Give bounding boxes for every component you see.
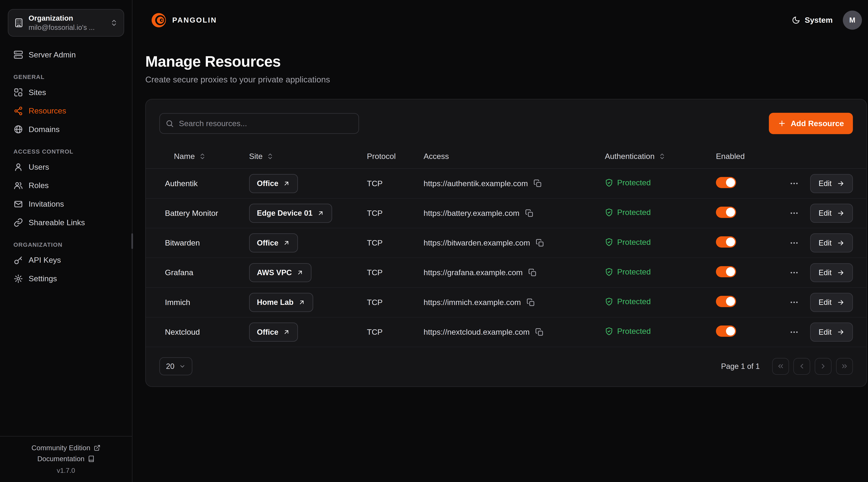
authentication-status: Protected: [605, 208, 651, 217]
edit-label: Edit: [818, 209, 832, 217]
site-link-button[interactable]: Office: [249, 233, 298, 252]
table-row: ImmichHome LabTCPhttps://immich.example.…: [146, 288, 866, 318]
sidebar-item-resources[interactable]: Resources: [8, 102, 124, 120]
copy-url-button[interactable]: [528, 268, 536, 277]
theme-label: System: [805, 15, 833, 25]
sidebar-nav: Server AdminGENERALSitesResourcesDomains…: [8, 45, 124, 436]
column-label: Name: [174, 152, 195, 161]
row-menu-button[interactable]: [789, 297, 799, 307]
site-link-button[interactable]: Office: [249, 323, 298, 342]
resource-protocol: TCP: [367, 328, 424, 336]
column-header-name[interactable]: Name: [165, 152, 249, 161]
theme-toggle-button[interactable]: System: [792, 15, 833, 25]
table-row: NextcloudOfficeTCPhttps://nextcloud.exam…: [146, 318, 866, 347]
sidebar-resize-handle[interactable]: [131, 233, 133, 249]
enabled-toggle[interactable]: [716, 207, 736, 218]
sidebar-item-label: Settings: [29, 274, 57, 283]
copy-url-button[interactable]: [527, 298, 535, 307]
edit-button[interactable]: Edit: [810, 293, 853, 312]
row-menu-button[interactable]: [789, 327, 799, 337]
sidebar-item-users[interactable]: Users: [8, 158, 124, 176]
resource-name: Immich: [165, 298, 249, 307]
sort-icon: [267, 153, 274, 160]
column-header-enabled: Enabled: [716, 152, 783, 161]
search-input[interactable]: [159, 113, 359, 134]
edit-button[interactable]: Edit: [810, 174, 853, 193]
link-icon: [13, 218, 23, 227]
authentication-label: Protected: [617, 178, 651, 187]
edit-button[interactable]: Edit: [810, 263, 853, 282]
last-page-button[interactable]: [836, 358, 853, 375]
add-resource-button[interactable]: Add Resource: [769, 113, 853, 134]
site-link-button[interactable]: Home Lab: [249, 293, 313, 312]
first-page-button[interactable]: [772, 358, 789, 375]
sidebar-item-server-admin[interactable]: Server Admin: [8, 45, 124, 64]
copy-url-button[interactable]: [536, 239, 544, 247]
site-name: Office: [257, 328, 278, 336]
section-title-general: GENERAL: [8, 73, 124, 80]
arrow-up-right-icon: [296, 269, 304, 276]
edit-button[interactable]: Edit: [810, 204, 853, 223]
resource-protocol: TCP: [367, 298, 424, 307]
org-selector[interactable]: Organization milo@fossorial.io's ...: [8, 9, 124, 37]
row-menu-button[interactable]: [789, 268, 799, 278]
column-header-protocol: Protocol: [367, 152, 424, 161]
resource-access-url: https://bitwarden.example.com: [424, 238, 530, 248]
arrow-up-right-icon: [283, 239, 290, 247]
sidebar-item-settings[interactable]: Settings: [8, 269, 124, 288]
row-menu-button[interactable]: [789, 208, 799, 218]
page-title: Manage Resources: [145, 53, 867, 70]
sidebar-item-label: API Keys: [29, 256, 61, 265]
sidebar-item-label: Roles: [29, 181, 49, 190]
edit-button[interactable]: Edit: [810, 323, 853, 342]
enabled-toggle[interactable]: [716, 177, 736, 188]
sidebar-item-invitations[interactable]: Invitations: [8, 195, 124, 214]
version-label: v1.7.0: [57, 467, 75, 474]
server-icon: [13, 50, 23, 60]
roles-icon: [13, 181, 23, 190]
copy-url-button[interactable]: [525, 209, 533, 217]
sidebar-item-shareable-links[interactable]: Shareable Links: [8, 213, 124, 232]
resources-card: Add Resource NameSiteProtocolAccessAuthe…: [145, 99, 867, 387]
resources-icon: [13, 106, 23, 116]
copy-url-button[interactable]: [533, 179, 542, 188]
community-edition-link[interactable]: Community Edition: [31, 444, 100, 452]
column-header-authentication[interactable]: Authentication: [605, 152, 716, 161]
copy-url-button[interactable]: [535, 328, 544, 336]
enabled-toggle[interactable]: [716, 325, 736, 337]
avatar[interactable]: M: [843, 10, 862, 30]
prev-page-button[interactable]: [793, 358, 810, 375]
enabled-toggle[interactable]: [716, 266, 736, 278]
toggle-knob: [726, 297, 735, 306]
sidebar-item-label: Server Admin: [29, 50, 76, 59]
sidebar-item-domains[interactable]: Domains: [8, 120, 124, 139]
main-area: PANGOLIN System M Manage Resources Creat…: [132, 0, 868, 482]
column-label: Site: [249, 152, 262, 161]
next-page-button[interactable]: [815, 358, 832, 375]
resource-protocol: TCP: [367, 268, 424, 277]
documentation-link[interactable]: Documentation: [37, 455, 95, 463]
building-icon: [14, 18, 24, 28]
enabled-toggle[interactable]: [716, 236, 736, 248]
sidebar-item-label: Resources: [29, 106, 66, 116]
arrow-right-icon: [837, 239, 844, 247]
row-menu-button[interactable]: [789, 238, 799, 248]
pagination: Page 1 of 1: [721, 358, 853, 375]
site-link-button[interactable]: AWS VPC: [249, 263, 311, 282]
sort-icon: [658, 153, 666, 160]
page-size-select[interactable]: 20: [159, 357, 192, 375]
resource-access-url: https://authentik.example.com: [424, 179, 528, 188]
sidebar-item-label: Domains: [29, 125, 60, 134]
sidebar-item-api-keys[interactable]: API Keys: [8, 251, 124, 269]
enabled-toggle[interactable]: [716, 296, 736, 307]
column-header-site[interactable]: Site: [249, 152, 367, 161]
brand-name: PANGOLIN: [172, 16, 217, 24]
table-row: BitwardenOfficeTCPhttps://bitwarden.exam…: [146, 228, 866, 258]
edit-button[interactable]: Edit: [810, 233, 853, 252]
site-link-button[interactable]: Edge Device 01: [249, 204, 332, 223]
sidebar-item-roles[interactable]: Roles: [8, 176, 124, 195]
sidebar-item-sites[interactable]: Sites: [8, 83, 124, 102]
resource-name: Battery Monitor: [165, 209, 249, 218]
row-menu-button[interactable]: [789, 179, 799, 188]
site-link-button[interactable]: Office: [249, 174, 298, 193]
